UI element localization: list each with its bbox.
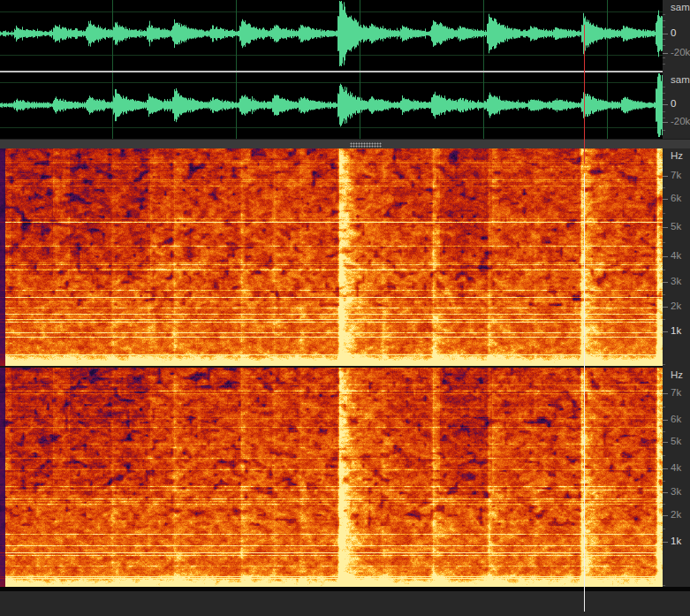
- scale-minor-tick: [663, 242, 665, 243]
- scale-major-tick: [663, 227, 668, 228]
- scale-minor-tick: [663, 187, 665, 188]
- scale-tick-label: 6k: [671, 193, 681, 203]
- scale-unit-label: sam: [671, 74, 690, 85]
- scale-unit-label: Hz: [671, 150, 683, 161]
- scale-tick-label: 2k: [671, 300, 681, 311]
- scale-major-tick: [663, 468, 668, 469]
- scale-minor-tick: [663, 319, 665, 320]
- view-splitter[interactable]: [0, 139, 690, 148]
- scale-minor-tick: [663, 407, 665, 407]
- waveform-panel-ch2: [0, 72, 663, 139]
- scale-minor-tick: [663, 57, 665, 58]
- scale-minor-tick: [663, 431, 665, 432]
- scale-minor-tick: [663, 39, 665, 40]
- scale-minor-tick: [663, 27, 665, 27]
- scale-tick-label: 0: [671, 98, 676, 109]
- scale-major-tick: [663, 515, 668, 516]
- scale-minor-tick: [663, 529, 665, 529]
- scale-major-tick: [663, 176, 668, 177]
- scale-minor-tick: [663, 455, 665, 456]
- scale-tick-label: 5k: [671, 436, 681, 446]
- spectrogram-channel-1-canvas[interactable]: [0, 148, 663, 366]
- scale-minor-tick: [663, 93, 665, 94]
- scale-tick-label: 2k: [671, 509, 681, 520]
- scale-unit-label: Hz: [671, 369, 683, 380]
- spectrogram-panel-ch2: [0, 368, 663, 587]
- scale-minor-tick: [663, 270, 665, 270]
- audio-editor-window: 1.52.02.53.03.5 hms +0dB: [0, 0, 690, 616]
- scale-major-tick: [663, 34, 668, 34]
- scale-major-tick: [663, 331, 668, 332]
- scale-major-tick: [663, 492, 668, 493]
- scale-tick-label: 3k: [671, 486, 681, 497]
- scale-tick-label: -20k: [671, 116, 690, 126]
- scale-major-tick: [663, 122, 668, 123]
- spectrogram-panel-ch1: [0, 148, 663, 366]
- scale-major-tick: [663, 53, 668, 54]
- scale-tick-label: 1k: [671, 325, 681, 336]
- scale-tick-label: 0: [671, 27, 676, 38]
- frequency-scale-ch1[interactable]: Hz7k6k5k4k3k2k1k: [663, 148, 690, 366]
- scale-tick-label: 5k: [671, 221, 681, 232]
- scale-minor-tick: [663, 481, 665, 482]
- scale-minor-tick: [663, 64, 665, 65]
- scale-tick-label: 1k: [671, 536, 681, 546]
- waveform-channel-1-canvas[interactable]: [0, 0, 663, 71]
- scale-major-tick: [663, 199, 668, 200]
- waveform-panel-ch1: [0, 0, 663, 71]
- scale-unit-label: sam: [671, 2, 690, 12]
- scale-major-tick: [663, 542, 668, 543]
- scale-minor-tick: [663, 20, 665, 21]
- amplitude-scale-ch1[interactable]: sam0-20k: [663, 0, 690, 71]
- scale-tick-label: -20k: [671, 47, 690, 57]
- scale-minor-tick: [663, 130, 665, 131]
- scale-minor-tick: [663, 118, 665, 118]
- scale-minor-tick: [663, 585, 665, 586]
- scale-tick-label: 7k: [671, 387, 681, 398]
- scale-minor-tick: [663, 87, 665, 87]
- scale-major-tick: [663, 442, 668, 443]
- scale-minor-tick: [663, 45, 665, 46]
- scale-tick-label: 6k: [671, 414, 681, 424]
- scale-minor-tick: [663, 504, 665, 505]
- bottom-edge: [0, 587, 690, 591]
- scale-minor-tick: [663, 213, 665, 214]
- scale-major-tick: [663, 420, 668, 421]
- scale-major-tick: [663, 282, 668, 283]
- scale-minor-tick: [663, 364, 665, 365]
- scale-minor-tick: [663, 111, 665, 112]
- scale-minor-tick: [663, 99, 665, 100]
- splitter-grip-icon[interactable]: [350, 142, 382, 148]
- scale-tick-label: 7k: [671, 170, 681, 180]
- amplitude-scale-ch2[interactable]: sam0-20k: [663, 72, 690, 139]
- scale-tick-label: 4k: [671, 462, 681, 473]
- scale-major-tick: [663, 307, 668, 308]
- frequency-scale-ch2[interactable]: Hz7k6k5k4k3k2k1k: [663, 368, 690, 587]
- scale-tick-label: 3k: [671, 276, 681, 286]
- spectrogram-channel-2-canvas[interactable]: [0, 368, 663, 587]
- waveform-channel-2-canvas[interactable]: [0, 72, 663, 139]
- scale-minor-tick: [663, 294, 665, 295]
- scale-major-tick: [663, 256, 668, 257]
- scale-tick-label: 4k: [671, 250, 681, 261]
- scale-minor-tick: [663, 14, 665, 15]
- scale-major-tick: [663, 393, 668, 394]
- scale-major-tick: [663, 104, 668, 105]
